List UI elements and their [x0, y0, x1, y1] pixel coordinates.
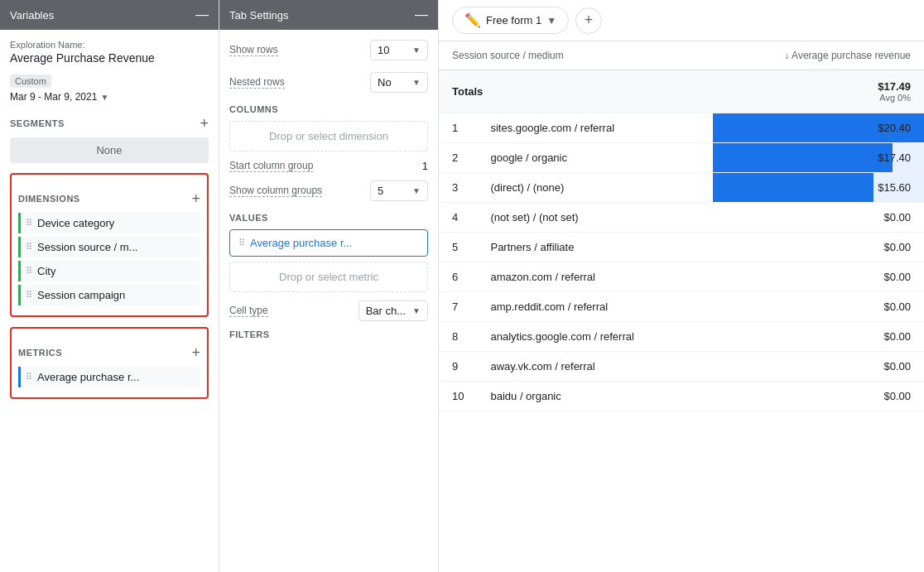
date-range-text: Mar 9 - Mar 9, 2021 [10, 91, 97, 103]
row-value-cell: $0.00 [713, 203, 924, 233]
show-rows-select[interactable]: 10 ▼ [370, 40, 428, 60]
row-label: (direct) / (none) [477, 173, 712, 203]
segments-section-header: SEGMENTS + [10, 116, 209, 131]
row-label: amazon.com / referral [477, 262, 712, 292]
show-rows-row: Show rows 10 ▼ [229, 40, 428, 60]
totals-label-cell: Totals [439, 70, 713, 113]
show-rows-arrow-icon: ▼ [412, 46, 421, 55]
col-metric-header[interactable]: ↓ Average purchase revenue [713, 41, 924, 70]
settings-panel: Tab Settings — Show rows 10 ▼ Nested row… [219, 0, 439, 572]
row-label: baidu / organic [477, 382, 712, 411]
row-value: $0.00 [713, 382, 924, 411]
data-table-wrapper: Session source / medium ↓ Average purcha… [439, 41, 924, 572]
dimensions-title: DIMENSIONS [18, 194, 80, 204]
date-range-arrow-icon: ▼ [100, 93, 108, 102]
row-value: $0.00 [713, 262, 924, 291]
row-number: 8 [439, 322, 477, 352]
show-column-groups-select[interactable]: 5 ▼ [370, 180, 428, 201]
metrics-list: ⠿ Average purchase r... [18, 367, 200, 387]
table-row: 2google / organic$17.40 [439, 143, 924, 173]
drag-icon: ⠿ [238, 238, 245, 248]
nested-rows-arrow-icon: ▼ [412, 78, 421, 87]
row-label: sites.google.com / referral [477, 113, 712, 143]
row-number: 3 [439, 173, 477, 203]
values-avg-purchase-item[interactable]: ⠿ Average purchase r... [229, 229, 428, 257]
variables-title: Variables [10, 9, 54, 22]
row-number: 2 [439, 143, 477, 173]
row-value-cell: $0.00 [713, 262, 924, 292]
totals-row: Totals $17.49 Avg 0% [439, 70, 924, 113]
cell-type-label: Cell type [229, 305, 268, 317]
values-title: VALUES [229, 213, 428, 223]
add-dimension-btn[interactable]: + [191, 191, 200, 206]
tab-freeform1[interactable]: ✏️ Free form 1 ▼ [452, 7, 569, 34]
dimension-item-device-category[interactable]: ⠿ Device category [18, 213, 200, 233]
show-column-groups-row: Show column groups 5 ▼ [229, 180, 428, 201]
row-value-cell: $0.00 [713, 233, 924, 262]
cell-type-select[interactable]: Bar ch... ▼ [359, 300, 428, 321]
row-value-cell: $0.00 [713, 352, 924, 382]
table-header-row: Session source / medium ↓ Average purcha… [439, 41, 924, 70]
metrics-box: METRICS + ⠿ Average purchase r... [10, 327, 209, 399]
dim-label: Session source / m... [37, 241, 137, 253]
dimension-item-session-campaign[interactable]: ⠿ Session campaign [18, 285, 200, 305]
row-number: 6 [439, 262, 477, 292]
row-value-cell: $0.00 [713, 292, 924, 322]
drag-icon: ⠿ [26, 266, 32, 276]
row-number: 5 [439, 233, 477, 262]
row-value: $15.60 [713, 173, 924, 202]
columns-title: COLUMNS [229, 104, 428, 114]
show-column-groups-label: Show column groups [229, 185, 322, 197]
row-label: Partners / affiliate [477, 233, 712, 262]
drag-icon: ⠿ [26, 242, 32, 252]
dim-label: City [37, 265, 55, 277]
row-value: $17.40 [713, 143, 924, 172]
cell-type-value: Bar ch... [366, 305, 406, 317]
totals-avg: Avg 0% [726, 93, 911, 103]
dimension-item-city[interactable]: ⠿ City [18, 261, 200, 281]
add-segment-btn[interactable]: + [200, 116, 209, 131]
edit-icon: ✏️ [464, 12, 481, 28]
date-range-section: Custom Mar 9 - Mar 9, 2021 ▼ [10, 75, 209, 103]
date-range-selector[interactable]: Mar 9 - Mar 9, 2021 ▼ [10, 91, 209, 103]
dimension-item-session-source[interactable]: ⠿ Session source / m... [18, 237, 200, 257]
tab-bar: ✏️ Free form 1 ▼ + [439, 0, 924, 41]
drag-icon: ⠿ [26, 218, 32, 228]
metric-item-avg-purchase[interactable]: ⠿ Average purchase r... [18, 367, 200, 387]
row-value: $0.00 [713, 233, 924, 262]
nested-rows-select[interactable]: No ▼ [370, 72, 428, 93]
variables-content: Exploration Name: Average Purchase Reven… [0, 30, 219, 572]
add-metric-btn[interactable]: + [191, 345, 200, 360]
row-value: $20.40 [713, 113, 924, 142]
table-row: 8analytics.google.com / referral$0.00 [439, 322, 924, 352]
show-rows-value: 10 [378, 44, 389, 56]
totals-value: $17.49 [726, 80, 911, 93]
row-value: $0.00 [713, 203, 924, 232]
row-value: $0.00 [713, 322, 924, 351]
totals-value-cell: $17.49 Avg 0% [713, 70, 924, 113]
row-label: google / organic [477, 143, 712, 173]
table-row: 7amp.reddit.com / referral$0.00 [439, 292, 924, 322]
values-drop-zone[interactable]: Drop or select metric [229, 262, 428, 292]
table-row: 10baidu / organic$0.00 [439, 382, 924, 411]
table-row: 1sites.google.com / referral$20.40 [439, 113, 924, 143]
columns-drop-zone[interactable]: Drop or select dimension [229, 121, 428, 151]
values-item-label: Average purchase r... [250, 237, 352, 249]
drag-icon: ⠿ [26, 290, 32, 300]
row-value-cell: $15.60 [713, 173, 924, 203]
settings-minimize-btn[interactable]: — [415, 8, 428, 22]
row-number: 7 [439, 292, 477, 322]
row-number: 9 [439, 352, 477, 382]
tab-name: Free form 1 [486, 14, 541, 26]
dimensions-box: DIMENSIONS + ⠿ Device category ⠿ Session… [10, 173, 209, 317]
data-table: Session source / medium ↓ Average purcha… [439, 41, 924, 411]
row-value-cell: $0.00 [713, 322, 924, 352]
nested-rows-value: No [378, 76, 392, 89]
row-value-cell: $20.40 [713, 113, 924, 143]
data-panel: ✏️ Free form 1 ▼ + Session source / medi… [439, 0, 924, 572]
filters-title: FILTERS [229, 329, 428, 339]
variables-header: Variables — [0, 0, 219, 30]
add-tab-btn[interactable]: + [575, 7, 602, 34]
nested-rows-row: Nested rows No ▼ [229, 72, 428, 93]
variables-minimize-btn[interactable]: — [195, 8, 209, 22]
